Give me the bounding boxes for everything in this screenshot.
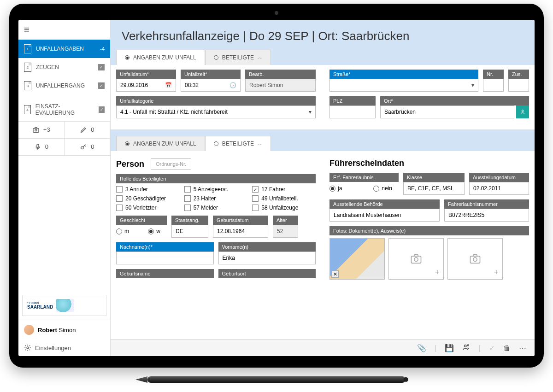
doc-icon: 1 [24, 44, 31, 53]
svg-point-7 [414, 257, 418, 261]
check-17-fahrer[interactable]: ✓17 Fahrer [252, 186, 316, 193]
camera-counter[interactable]: +3 [18, 122, 65, 139]
svg-point-9 [473, 257, 477, 261]
pencil-counter[interactable]: 0 [65, 122, 111, 139]
input-nr[interactable] [483, 79, 504, 92]
check-5-anzeigeerst[interactable]: 5 Anzeigeerst. [184, 186, 248, 193]
check-50-verletzter[interactable]: 50 Verletzter [116, 205, 180, 211]
svg-point-1 [35, 129, 37, 131]
radio-filled-icon [125, 141, 129, 146]
plus-icon: + [494, 268, 499, 277]
chevron-down-icon: ▾ [309, 109, 312, 115]
tab-beteiligte-2[interactable]: BETEILIGTE ︿ [205, 136, 271, 151]
people-icon[interactable] [462, 343, 471, 353]
sidebar-item-evaluierung[interactable]: 4 EINSATZ-EVALUIERUNG ✓ [18, 99, 110, 121]
camera-icon [410, 252, 423, 265]
check-57-melder[interactable]: 57 Melder [184, 205, 248, 211]
counter-grid: +3 0 0 0 [18, 121, 110, 156]
svg-point-10 [464, 345, 466, 347]
avatar [24, 325, 34, 335]
photo-add-slot[interactable]: + [388, 238, 444, 280]
label-geburtsname: Geburtsname [116, 269, 214, 278]
sidebar-item-label: UNFALLANGABEN [36, 46, 84, 52]
sidebar-item-unfallhergang[interactable]: 3 UNFALLHERGANG ✓ [18, 76, 110, 95]
check-icon: ✓ [99, 106, 105, 113]
label-vorname: Vorname(n) [218, 242, 316, 252]
svg-rect-2 [37, 144, 39, 147]
radio-ja[interactable]: ja [329, 185, 342, 192]
page-title: Verkehrsunfallanzeige | Do 29 SEP | Ort:… [111, 20, 535, 50]
radio-w[interactable]: w [148, 228, 160, 234]
confirm-icon[interactable]: ✓ [489, 344, 495, 352]
svg-point-5 [522, 110, 524, 112]
menu-icon[interactable]: ≡ [18, 20, 110, 40]
mic-counter[interactable]: 0 [18, 139, 65, 156]
delete-icon[interactable]: 🗑 [503, 344, 511, 352]
input-fahrerlaubnisnr[interactable]: B072RRE2IS5 [444, 209, 529, 222]
check-49-unfallbeteil[interactable]: 49 Unfallbeteil. [252, 195, 316, 202]
doc-icon: 4 [24, 105, 31, 114]
label-plz: PLZ [329, 96, 376, 105]
label-strasse: Straße* [329, 70, 478, 79]
label-fotos: Fotos: Dokument(e), Ausweis(e) [329, 226, 529, 235]
sidebar-item-unfallangaben[interactable]: 1 UNFALLANGABEN -4 [18, 40, 110, 58]
calendar-icon[interactable]: 📅 [165, 82, 172, 88]
input-staatsang[interactable]: DE [171, 225, 208, 238]
input-unfallzeit[interactable]: 08:32 🕒 [181, 79, 241, 92]
svg-point-3 [81, 146, 83, 149]
input-ausstellungsdatum[interactable]: 02.02.2011 [469, 182, 529, 195]
input-bearb: Robert Simon [245, 79, 316, 92]
tab-angaben-unfall[interactable]: ANGABEN ZUM UNFALL [116, 50, 205, 65]
check-58-unfallzeuge[interactable]: 58 Unfallzeuge [252, 205, 316, 211]
input-nachname[interactable] [116, 252, 214, 264]
ort-lookup-button[interactable] [516, 105, 529, 118]
clock-icon[interactable]: 🕒 [229, 82, 236, 88]
check-20-geschaedigter[interactable]: 20 Geschädigter [116, 195, 180, 202]
label-unfallzeit: Unfallzeit* [181, 70, 241, 79]
input-ort[interactable]: Saarbrücken [380, 105, 514, 118]
sidebar-item-zeugen[interactable]: 2 ZEUGEN ✓ [18, 58, 110, 76]
user-profile[interactable]: Robert Simon [18, 320, 110, 339]
input-unfalldatum[interactable]: 29.09.2016 📅 [116, 79, 176, 92]
photo-add-slot[interactable]: + [447, 238, 503, 280]
radio-empty-icon [214, 55, 218, 60]
sidebar-item-label: EINSATZ-EVALUIERUNG [35, 103, 94, 117]
attach-icon[interactable]: 📎 [417, 344, 426, 352]
select-strasse[interactable]: ▾ [329, 79, 478, 92]
select-kategorie[interactable]: 4.1 - Unfall mit Straftat / Kfz. nicht f… [116, 105, 316, 118]
unfall-panel: Unfalldatum* 29.09.2016 📅 Unfallzeit* 08… [111, 65, 535, 129]
label-unfalldatum: Unfalldatum* [116, 70, 176, 79]
more-icon[interactable]: ⋯ [519, 344, 526, 352]
tab-beteiligte[interactable]: BETEILIGTE ︿ [205, 50, 271, 65]
save-icon[interactable]: 💾 [445, 344, 454, 352]
pencil-icon [80, 126, 87, 134]
label-rolle: Rolle des Beteiligten [116, 174, 316, 183]
bottom-toolbar: 📎 | 💾 | ✓ 🗑 ⋯ [111, 339, 535, 356]
check-icon: ✓ [98, 64, 105, 70]
settings[interactable]: Einstellungen [18, 339, 110, 356]
label-bearb: Bearb. [245, 70, 316, 79]
svg-rect-0 [33, 128, 39, 132]
doc-icon: 3 [24, 81, 31, 90]
doc-icon: 2 [24, 63, 31, 72]
label-behoerde: Ausstellende Behörde [329, 199, 440, 209]
tabs-section-2: ANGABEN ZUM UNFALL BETEILIGTE ︿ [111, 136, 535, 151]
radio-nein[interactable]: nein [373, 185, 392, 192]
remove-photo-icon[interactable]: ✕ [331, 270, 339, 278]
input-geburtsdatum[interactable]: 12.08.1964 [213, 225, 268, 238]
input-zus[interactable] [508, 79, 529, 92]
camera-icon [469, 252, 482, 265]
input-vorname[interactable]: Erika [218, 252, 316, 264]
radio-m[interactable]: m [116, 228, 129, 234]
key-counter[interactable]: 0 [65, 139, 111, 156]
photo-thumbnail[interactable]: ✕ [329, 238, 385, 280]
input-behoerde[interactable]: Landratsamt Musterhausen [329, 209, 440, 222]
check-23-halter[interactable]: 23 Halter [184, 195, 248, 202]
check-3-anrufer[interactable]: 3 Anrufer [116, 186, 180, 193]
input-klasse[interactable]: BE, C1E, CE, MSL [403, 182, 465, 195]
ordnungsnr-input[interactable]: Ordnungs-Nr. [151, 158, 191, 170]
sidebar-item-label: ZEUGEN [36, 64, 59, 70]
input-plz[interactable] [329, 105, 376, 118]
tab-angaben-unfall-2[interactable]: ANGABEN ZUM UNFALL [116, 136, 205, 151]
label-nr: Nr. [483, 70, 504, 79]
